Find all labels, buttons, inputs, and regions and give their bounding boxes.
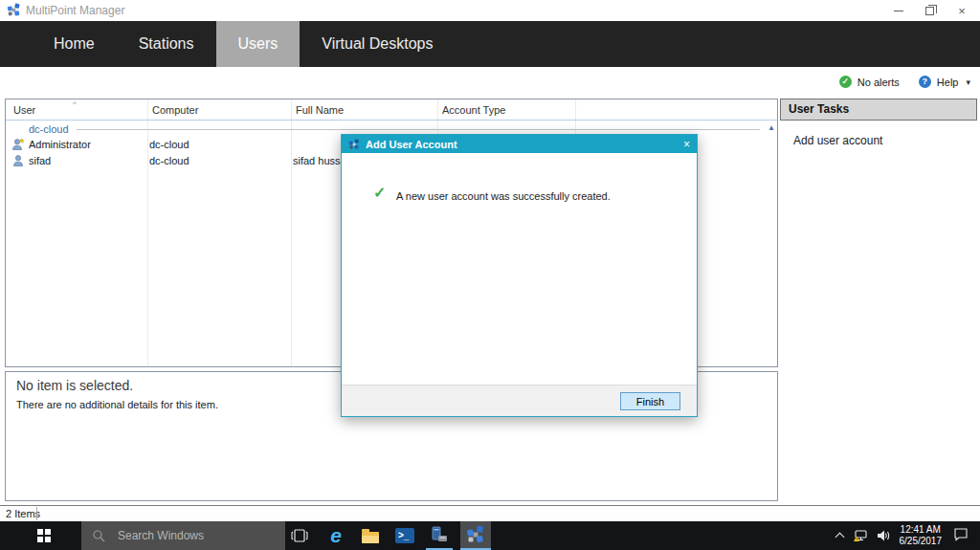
cell-computer: dc-cloud bbox=[149, 155, 189, 166]
clock-date: 6/25/2017 bbox=[900, 536, 943, 547]
add-user-account-dialog: Add User Account × ✓ A new user account … bbox=[341, 134, 698, 417]
multipoint-manager-taskbar-icon[interactable] bbox=[460, 521, 491, 550]
column-header-account-type[interactable]: Account Type bbox=[442, 104, 505, 116]
success-check-icon: ✓ bbox=[373, 184, 386, 202]
close-button[interactable]: × bbox=[947, 0, 976, 21]
restore-button[interactable] bbox=[915, 0, 944, 21]
sort-asc-icon: ^ bbox=[73, 99, 77, 108]
powershell-icon[interactable]: >_ bbox=[391, 521, 418, 550]
column-header-computer[interactable]: Computer bbox=[152, 104, 198, 116]
search-icon bbox=[92, 529, 105, 542]
status-divider bbox=[36, 507, 37, 520]
group-label[interactable]: dc-cloud bbox=[29, 123, 69, 135]
table-header: ^ User Computer Full Name Account Type bbox=[6, 99, 777, 121]
clock[interactable]: 12:41 AM 6/25/2017 bbox=[900, 524, 943, 547]
file-explorer-icon[interactable] bbox=[357, 521, 384, 550]
multipoint-logo-icon bbox=[7, 3, 21, 17]
dialog-footer: Finish bbox=[342, 385, 697, 416]
tab-virtual-desktops[interactable]: Virtual Desktops bbox=[300, 21, 455, 67]
alert-strip: ✓ No alerts ? Help ▾ bbox=[0, 67, 980, 99]
finish-button[interactable]: Finish bbox=[620, 392, 680, 410]
add-user-account-task[interactable]: Add user account bbox=[780, 134, 977, 147]
cell-computer: dc-cloud bbox=[149, 139, 189, 150]
group-divider-line bbox=[77, 129, 760, 130]
window-title: MultiPoint Manager bbox=[26, 4, 124, 17]
column-header-user[interactable]: User bbox=[13, 104, 35, 116]
user-tasks-header: User Tasks bbox=[780, 99, 977, 121]
column-header-full-name[interactable]: Full Name bbox=[296, 104, 344, 116]
cell-user: sifad bbox=[29, 155, 51, 166]
no-alerts-label: No alerts bbox=[858, 77, 900, 88]
help-caret-icon[interactable]: ▾ bbox=[966, 77, 970, 87]
tray-expand-icon[interactable] bbox=[835, 533, 844, 542]
taskbar: e >_ bbox=[0, 521, 980, 550]
windows-logo-icon bbox=[37, 529, 51, 542]
help-icon: ? bbox=[919, 76, 931, 88]
server-manager-icon[interactable] bbox=[426, 521, 453, 550]
minimize-button[interactable] bbox=[884, 0, 913, 21]
task-view-icon[interactable] bbox=[287, 521, 312, 550]
items-count: 2 Items bbox=[6, 508, 40, 519]
dialog-close-icon[interactable]: × bbox=[683, 138, 690, 151]
internet-explorer-icon[interactable]: e bbox=[323, 521, 349, 550]
system-tray: 12:41 AM 6/25/2017 bbox=[836, 521, 980, 550]
network-icon[interactable] bbox=[853, 529, 868, 542]
user-icon bbox=[11, 154, 25, 167]
start-button[interactable] bbox=[25, 521, 63, 550]
admin-user-icon bbox=[11, 138, 25, 151]
volume-icon[interactable] bbox=[877, 529, 891, 542]
title-bar: MultiPoint Manager × bbox=[0, 0, 980, 21]
clock-time: 12:41 AM bbox=[900, 524, 943, 536]
search-input[interactable] bbox=[81, 521, 285, 550]
details-title: No item is selected. bbox=[16, 378, 133, 393]
details-subtitle: There are no additional details for this… bbox=[16, 399, 218, 410]
cell-user: Administrator bbox=[29, 139, 91, 150]
tab-stations[interactable]: Stations bbox=[117, 21, 216, 67]
no-alerts-icon: ✓ bbox=[839, 76, 852, 88]
main-nav: Home Stations Users Virtual Desktops bbox=[0, 21, 980, 67]
scrollbar-up-icon[interactable]: ▲ bbox=[768, 123, 775, 132]
status-bar: 2 Items bbox=[0, 505, 980, 521]
action-center-icon[interactable] bbox=[953, 527, 969, 545]
dialog-title-bar: Add User Account × bbox=[342, 135, 697, 153]
multipoint-logo-icon bbox=[348, 139, 360, 150]
dialog-message: A new user account was successfully crea… bbox=[396, 190, 611, 202]
dialog-title: Add User Account bbox=[366, 139, 683, 150]
tab-home[interactable]: Home bbox=[32, 21, 117, 67]
user-tasks-panel: User Tasks Add user account bbox=[780, 99, 977, 367]
tab-users[interactable]: Users bbox=[216, 21, 301, 67]
help-menu[interactable]: Help bbox=[937, 77, 959, 88]
